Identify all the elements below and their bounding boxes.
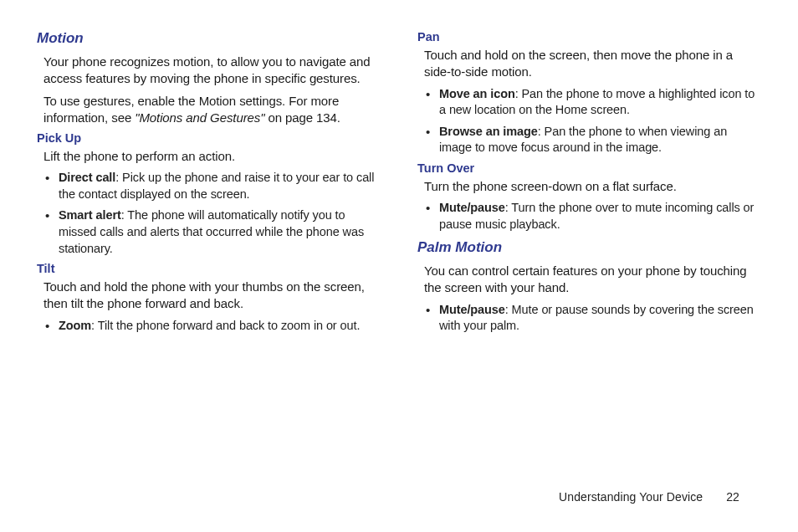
- heading-tilt: Tilt: [37, 262, 381, 275]
- bullet-label: Mute/pause: [439, 303, 505, 316]
- motion-p2: To use gestures, enable the Motion setti…: [43, 93, 381, 127]
- bullet-label: Mute/pause: [439, 201, 505, 214]
- page-number: 22: [726, 490, 739, 504]
- bullet-label: Zoom: [59, 319, 91, 332]
- list-item: Zoom: Tilt the phone forward and back to…: [43, 318, 381, 335]
- heading-motion: Motion: [37, 30, 381, 47]
- motion-p2-italic: "Motions and Gestures": [135, 110, 264, 125]
- motion-p1: Your phone recognizes motion, to allow y…: [43, 54, 381, 88]
- tilt-p1: Touch and hold the phone with your thumb…: [43, 279, 381, 313]
- pickup-p1: Lift the phone to perform an action.: [43, 148, 381, 165]
- list-item: Direct call: Pick up the phone and raise…: [43, 170, 381, 202]
- bullet-label: Smart alert: [59, 208, 121, 222]
- motion-p2b: on page 134.: [264, 110, 340, 125]
- page-footer: Understanding Your Device 22: [559, 490, 739, 504]
- right-column: Pan Touch and hold on the screen, then m…: [417, 30, 761, 340]
- bullet-label: Direct call: [59, 171, 115, 184]
- tilt-list: Zoom: Tilt the phone forward and back to…: [43, 318, 381, 335]
- page-columns: Motion Your phone recognizes motion, to …: [37, 30, 761, 340]
- pan-list: Move an icon: Pan the phone to move a hi…: [424, 86, 761, 156]
- list-item: Mute/pause: Turn the phone over to mute …: [424, 200, 761, 233]
- pan-p1: Touch and hold on the screen, then move …: [424, 47, 761, 81]
- left-column: Motion Your phone recognizes motion, to …: [37, 30, 381, 340]
- list-item: Browse an image: Pan the phone to when v…: [424, 124, 761, 156]
- bullet-text: : Tilt the phone forward and back to zoo…: [91, 319, 360, 332]
- turnover-p1: Turn the phone screen-down on a flat sur…: [424, 178, 761, 195]
- list-item: Smart alert: The phone will automaticall…: [43, 207, 381, 257]
- list-item: Move an icon: Pan the phone to move a hi…: [424, 86, 761, 119]
- palm-list: Mute/pause: Mute or pause sounds by cove…: [424, 302, 761, 335]
- bullet-label: Browse an image: [439, 125, 538, 138]
- heading-pan: Pan: [417, 30, 761, 43]
- heading-palm: Palm Motion: [417, 239, 761, 256]
- palm-p1: You can control certain features on your…: [424, 263, 761, 297]
- bullet-label: Move an icon: [439, 87, 515, 100]
- footer-section: Understanding Your Device: [559, 490, 703, 504]
- pickup-list: Direct call: Pick up the phone and raise…: [43, 170, 381, 257]
- heading-pickup: Pick Up: [37, 131, 381, 145]
- list-item: Mute/pause: Mute or pause sounds by cove…: [424, 302, 761, 335]
- turnover-list: Mute/pause: Turn the phone over to mute …: [424, 200, 761, 233]
- heading-turnover: Turn Over: [417, 161, 761, 175]
